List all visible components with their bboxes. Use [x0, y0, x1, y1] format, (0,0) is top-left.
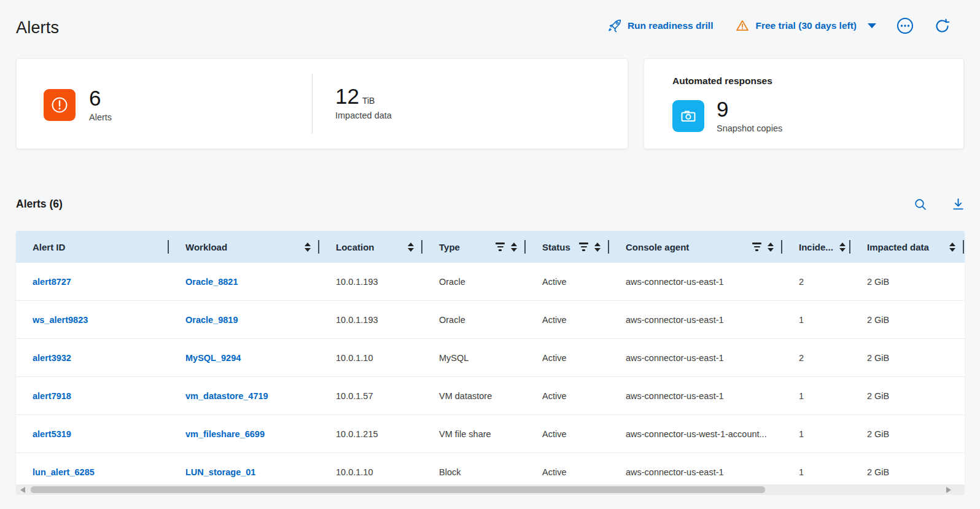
location-cell: 10.0.1.215	[319, 429, 422, 439]
alert-exclamation-icon	[44, 89, 76, 121]
impacted-data-stat: 12TiB Impacted data	[335, 85, 392, 120]
impacted-data-cell: 2 GiB	[850, 391, 964, 401]
location-cell: 10.0.1.193	[319, 277, 422, 287]
filter-icon[interactable]	[752, 243, 761, 251]
sort-icon[interactable]	[839, 243, 846, 252]
incidents-cell: 1	[782, 315, 850, 325]
type-cell: VM file share	[422, 429, 526, 439]
impacted-data-cell: 2 GiB	[850, 277, 964, 287]
status-cell: Active	[526, 277, 609, 287]
scrollbar-thumb[interactable]	[31, 486, 765, 493]
alert-id-link[interactable]: alert8727	[33, 277, 71, 287]
alerts-count: 6	[89, 87, 112, 109]
more-options-button[interactable]	[896, 17, 914, 35]
workload-link[interactable]: vm_datastore_4719	[185, 391, 268, 401]
table-row: ws_alert9823 Oracle_9819 10.0.1.193 Orac…	[16, 301, 965, 339]
location-cell: 10.0.1.193	[319, 315, 422, 325]
run-readiness-drill-label: Run readiness drill	[628, 20, 714, 31]
workload-link[interactable]: MySQL_9294	[185, 353, 241, 363]
automated-responses-title: Automated responses	[672, 76, 772, 87]
run-readiness-drill-button[interactable]: Run readiness drill	[607, 18, 714, 33]
type-cell: Oracle	[422, 315, 526, 325]
alert-id-link[interactable]: alert5319	[33, 429, 71, 439]
table-header-row: Alert ID Workload Location Type Status C…	[16, 231, 965, 263]
workload-link[interactable]: vm_fileshare_6699	[185, 429, 265, 439]
ellipsis-menu-icon	[896, 17, 914, 35]
incidents-cell: 1	[782, 467, 850, 477]
free-trial-status[interactable]: Free trial (30 days left)	[735, 18, 857, 33]
sort-icon[interactable]	[305, 243, 311, 252]
column-header-location[interactable]: Location	[319, 231, 422, 263]
filter-icon[interactable]	[579, 243, 588, 251]
search-button[interactable]	[913, 197, 928, 212]
alerts-summary-card: 6 Alerts 12TiB Impacted data	[16, 58, 628, 149]
incidents-cell: 2	[782, 277, 850, 287]
download-icon	[951, 196, 966, 212]
sort-icon[interactable]	[594, 243, 601, 252]
column-header-status[interactable]: Status	[526, 231, 609, 263]
alerts-count-label: Alerts	[89, 112, 112, 122]
free-trial-label: Free trial (30 days left)	[755, 20, 857, 31]
table-row: alert5319 vm_fileshare_6699 10.0.1.215 V…	[16, 415, 965, 453]
table-row: alert3932 MySQL_9294 10.0.1.10 MySQL Act…	[16, 339, 965, 377]
workload-link[interactable]: LUN_storage_01	[185, 467, 255, 477]
horizontal-scrollbar[interactable]	[16, 484, 965, 495]
card-divider	[312, 74, 313, 134]
automated-responses-card: Automated responses 9 Snapshot copies	[644, 58, 964, 149]
location-cell: 10.0.1.10	[319, 353, 422, 363]
search-icon	[913, 197, 928, 212]
column-header-impacted-data[interactable]: Impacted data	[850, 231, 964, 263]
sort-icon[interactable]	[949, 243, 955, 252]
alert-id-link[interactable]: lun_alert_6285	[33, 467, 95, 477]
sort-icon[interactable]	[408, 243, 414, 252]
page-title: Alerts	[16, 18, 59, 37]
table-row: alert8727 Oracle_8821 10.0.1.193 Oracle …	[16, 263, 965, 301]
console-agent-cell: aws-connector-us-east-1	[609, 315, 782, 325]
workload-link[interactable]: Oracle_8821	[185, 277, 238, 287]
impacted-data-cell: 2 GiB	[850, 467, 964, 477]
status-cell: Active	[526, 353, 609, 363]
table-row: alert7918 vm_datastore_4719 10.0.1.57 VM…	[16, 377, 965, 415]
column-header-type[interactable]: Type	[422, 231, 526, 263]
column-header-incidents[interactable]: Incide...	[782, 231, 850, 263]
console-agent-cell: aws-connector-us-west-1-account...	[609, 429, 782, 439]
scroll-right-arrow-icon[interactable]	[946, 487, 951, 493]
sort-icon[interactable]	[511, 243, 517, 252]
warning-icon	[735, 18, 750, 33]
status-cell: Active	[526, 391, 609, 401]
filter-icon[interactable]	[496, 243, 505, 251]
camera-icon	[672, 100, 704, 132]
incidents-cell: 1	[782, 391, 850, 401]
alert-id-link[interactable]: alert3932	[33, 353, 71, 363]
type-cell: MySQL	[422, 353, 526, 363]
console-agent-cell: aws-connector-us-east-1	[609, 467, 782, 477]
refresh-button[interactable]	[934, 18, 951, 34]
download-button[interactable]	[951, 196, 966, 212]
status-cell: Active	[526, 315, 609, 325]
alert-id-link[interactable]: ws_alert9823	[33, 315, 88, 325]
column-header-workload[interactable]: Workload	[169, 231, 319, 263]
impacted-data-cell: 2 GiB	[850, 353, 964, 363]
console-agent-cell: aws-connector-us-east-1	[609, 391, 782, 401]
console-agent-cell: aws-connector-us-east-1	[609, 277, 782, 287]
impacted-data-cell: 2 GiB	[850, 429, 964, 439]
snapshot-copies-label: Snapshot copies	[717, 123, 782, 133]
impacted-data-label: Impacted data	[335, 111, 392, 120]
location-cell: 10.0.1.57	[319, 391, 422, 401]
alert-id-link[interactable]: alert7918	[33, 391, 71, 401]
alerts-table: Alert ID Workload Location Type Status C…	[16, 231, 965, 491]
impacted-data-cell: 2 GiB	[850, 315, 964, 325]
incidents-cell: 2	[782, 353, 850, 363]
caret-down-icon[interactable]	[868, 23, 876, 28]
impacted-data-unit: TiB	[362, 96, 375, 106]
sort-icon[interactable]	[768, 243, 774, 252]
snapshot-copies-stat: 9 Snapshot copies	[672, 98, 782, 133]
column-header-alert-id[interactable]: Alert ID	[16, 231, 169, 263]
table-section-title: Alerts (6)	[16, 198, 63, 211]
status-cell: Active	[526, 429, 609, 439]
column-header-console-agent[interactable]: Console agent	[609, 231, 782, 263]
rocket-icon	[607, 18, 622, 33]
scroll-left-arrow-icon[interactable]	[20, 487, 25, 493]
status-cell: Active	[526, 467, 609, 477]
workload-link[interactable]: Oracle_9819	[185, 315, 238, 325]
